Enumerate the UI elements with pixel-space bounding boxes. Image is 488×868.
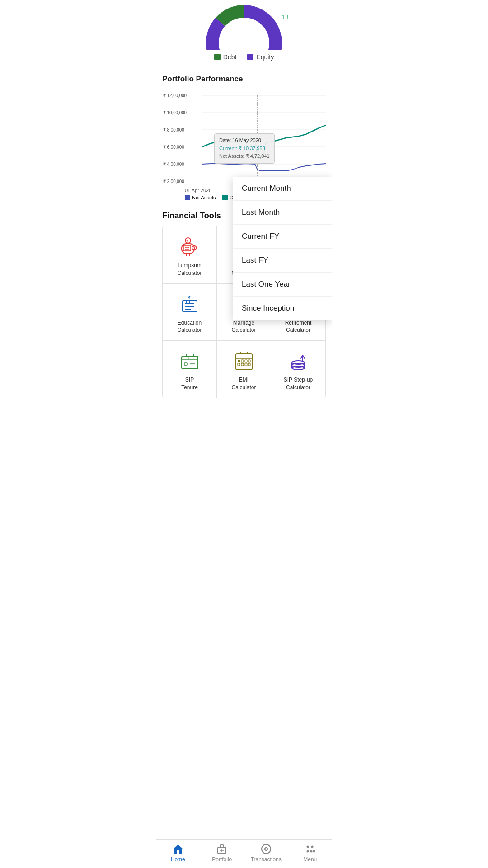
nav-transactions[interactable]: Transactions — [244, 843, 288, 863]
menu-icon — [304, 843, 316, 855]
debt-dot — [214, 54, 221, 60]
lumpsum-calculator-icon: ₹ — [178, 235, 202, 258]
nav-menu-label: Menu — [303, 856, 317, 863]
svg-rect-71 — [248, 363, 250, 366]
emi-calculator-label: EMICalculator — [231, 376, 256, 392]
svg-rect-68 — [238, 363, 240, 366]
svg-point-88 — [313, 850, 315, 853]
svg-rect-69 — [241, 363, 244, 366]
tool-emi-calculator[interactable]: EMICalculator — [217, 341, 271, 398]
emi-calculator-icon — [232, 349, 256, 373]
dropdown-item-since-inception[interactable]: Since Inception — [233, 297, 332, 320]
svg-rect-21 — [183, 245, 191, 251]
debt-label: Debt — [223, 53, 237, 61]
legend-equity: Equity — [247, 53, 274, 61]
lumpsum-calculator-label: LumpsumCalculator — [177, 262, 202, 277]
sip-stepup-calculator-label: SIP Step-up Calculator — [275, 376, 322, 392]
tool-sip-tenure[interactable]: ₹ SIPTenure — [163, 341, 217, 398]
svg-rect-65 — [241, 360, 244, 362]
portfolio-icon — [216, 843, 228, 855]
svg-text:₹: ₹ — [186, 239, 188, 243]
dropdown-item-last-one-year[interactable]: Last One Year — [233, 273, 332, 297]
marriage-calculator-label: MarriageCalculator — [231, 319, 256, 335]
svg-point-85 — [311, 846, 314, 848]
portfolio-section: Portfolio Performance ₹ 12,00,000 ₹ 10,0… — [156, 68, 332, 205]
tool-education-calculator[interactable]: ₹ EducationCalculator — [163, 284, 217, 341]
legend-net-assets: Net Assets — [185, 195, 216, 200]
svg-text:₹ 4,00,000: ₹ 4,00,000 — [163, 162, 184, 167]
nav-portfolio-label: Portfolio — [212, 856, 232, 863]
portfolio-title: Portfolio Performance — [162, 75, 326, 84]
tool-lumpsum-calculator[interactable]: ₹ LumpsumCalculator — [163, 226, 217, 284]
nav-home[interactable]: Home — [156, 843, 200, 863]
legend-debt: Debt — [214, 53, 237, 61]
chart-svg: ₹ 12,00,000 ₹ 10,00,000 ₹ 8,00,000 ₹ 6,0… — [162, 88, 326, 188]
svg-point-84 — [307, 846, 309, 848]
svg-rect-67 — [248, 360, 250, 362]
dropdown-item-last-fy[interactable]: Last FY — [233, 249, 332, 273]
svg-text:₹ 8,00,000: ₹ 8,00,000 — [163, 127, 184, 132]
svg-text:₹ 10,00,000: ₹ 10,00,000 — [163, 110, 187, 115]
svg-text:₹ 6,00,000: ₹ 6,00,000 — [163, 145, 184, 150]
nav-transactions-label: Transactions — [251, 856, 282, 863]
svg-point-86 — [307, 850, 309, 853]
dropdown-item-current-month[interactable]: Current Month — [233, 177, 332, 201]
transactions-icon — [260, 843, 272, 855]
svg-text:₹: ₹ — [188, 295, 191, 300]
svg-text:₹: ₹ — [187, 356, 189, 360]
bottom-nav: Home Portfolio Transactions Menu — [156, 839, 332, 868]
nav-home-label: Home — [171, 856, 185, 863]
svg-point-44 — [186, 300, 190, 304]
period-dropdown[interactable]: Current Month Last Month Current FY Last… — [233, 177, 332, 320]
svg-rect-70 — [245, 363, 247, 366]
svg-rect-64 — [238, 360, 240, 362]
equity-label: Equity — [256, 53, 274, 61]
nav-portfolio[interactable]: Portfolio — [200, 843, 244, 863]
chart-legend: Debt Equity — [214, 53, 274, 61]
svg-rect-16 — [222, 195, 228, 200]
sip-stepup-calculator-icon — [286, 349, 310, 373]
dropdown-item-current-fy[interactable]: Current FY — [233, 225, 332, 249]
donut-chart: 13.94% — [199, 0, 289, 50]
svg-point-87 — [310, 850, 313, 853]
svg-text:₹ 2,00,000: ₹ 2,00,000 — [163, 179, 184, 184]
svg-point-83 — [262, 844, 271, 854]
education-calculator-icon: ₹ — [178, 292, 202, 316]
dropdown-item-last-month[interactable]: Last Month — [233, 201, 332, 225]
nav-menu[interactable]: Menu — [288, 843, 333, 863]
donut-section: 13.94% Debt Equity — [156, 0, 332, 68]
home-icon — [172, 843, 184, 855]
svg-rect-66 — [245, 360, 247, 362]
tool-sip-stepup-calculator[interactable]: SIP Step-up Calculator — [271, 341, 325, 398]
percentage-label: 13.94% — [282, 14, 289, 20]
sip-tenure-icon: ₹ — [178, 349, 202, 373]
svg-rect-15 — [185, 195, 190, 200]
retirement-calculator-label: RetirementCalculator — [285, 319, 312, 335]
svg-rect-53 — [182, 356, 198, 369]
svg-rect-57 — [184, 363, 187, 365]
svg-text:₹ 12,00,000: ₹ 12,00,000 — [163, 93, 187, 98]
equity-dot — [247, 54, 253, 60]
sip-tenure-label: SIPTenure — [181, 376, 198, 392]
education-calculator-label: EducationCalculator — [177, 319, 202, 335]
chart-area: ₹ 12,00,000 ₹ 10,00,000 ₹ 8,00,000 ₹ 6,0… — [162, 88, 326, 188]
